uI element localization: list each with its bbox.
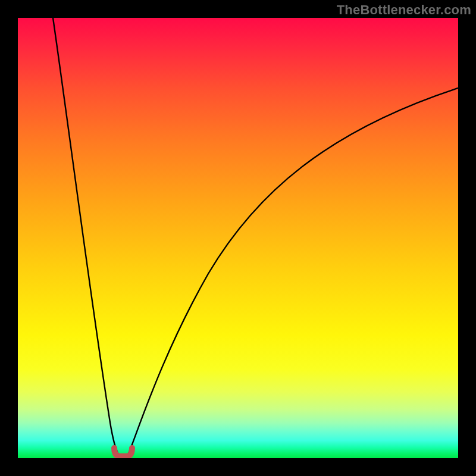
credit-watermark: TheBottlenecker.com	[337, 2, 471, 18]
plot-area	[18, 18, 458, 458]
chart-container: TheBottlenecker.com	[0, 0, 476, 476]
